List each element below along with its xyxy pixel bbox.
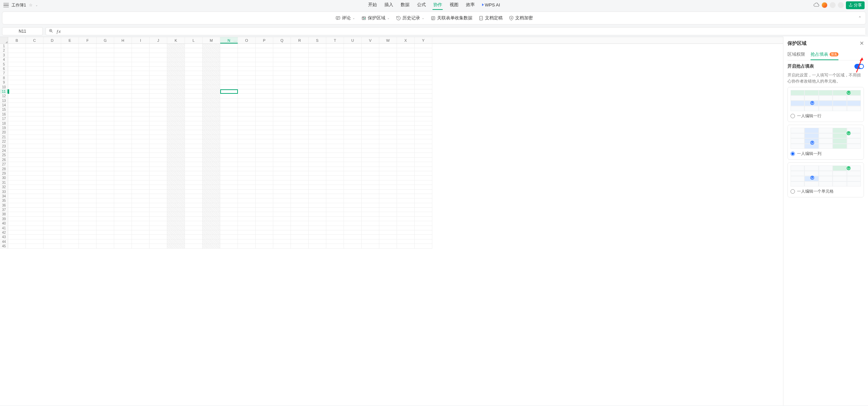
cell[interactable] <box>114 107 132 112</box>
cell[interactable] <box>44 226 61 230</box>
cell[interactable] <box>203 226 220 230</box>
cell[interactable] <box>362 167 379 171</box>
cell[interactable] <box>238 148 256 153</box>
cell[interactable] <box>326 176 344 180</box>
cell[interactable] <box>8 103 26 107</box>
cell[interactable] <box>397 121 415 126</box>
cell[interactable] <box>114 190 132 194</box>
cell[interactable] <box>326 67 344 71</box>
cell[interactable] <box>291 117 309 121</box>
cell[interactable] <box>397 48 415 53</box>
cell[interactable] <box>79 185 97 189</box>
cell[interactable] <box>26 244 44 248</box>
cell[interactable] <box>79 148 97 153</box>
cell[interactable] <box>114 158 132 162</box>
cell[interactable] <box>415 244 432 248</box>
tab-fill-occupy[interactable]: 抢占填表 限免 <box>811 49 838 60</box>
cell[interactable] <box>415 148 432 153</box>
cell[interactable] <box>44 171 61 176</box>
cell[interactable] <box>238 67 256 71</box>
cell[interactable] <box>309 230 326 235</box>
cell[interactable] <box>114 99 132 103</box>
cell[interactable] <box>220 80 238 85</box>
cell[interactable] <box>114 80 132 85</box>
cell[interactable] <box>79 139 97 144</box>
cell[interactable] <box>167 162 185 166</box>
cell[interactable] <box>362 67 379 71</box>
cell[interactable] <box>97 144 114 148</box>
cell[interactable] <box>185 139 203 144</box>
cell[interactable] <box>397 103 415 107</box>
cell[interactable] <box>362 226 379 230</box>
cell[interactable] <box>79 144 97 148</box>
cell[interactable] <box>397 99 415 103</box>
cell[interactable] <box>79 190 97 194</box>
cell[interactable] <box>167 57 185 62</box>
cell[interactable] <box>256 89 273 94</box>
cell[interactable] <box>97 71 114 75</box>
cell[interactable] <box>291 107 309 112</box>
cell[interactable] <box>97 203 114 208</box>
cell[interactable] <box>238 235 256 239</box>
cell[interactable] <box>309 185 326 189</box>
cell[interactable] <box>26 148 44 153</box>
col-header-Q[interactable]: Q <box>273 37 291 43</box>
cell[interactable] <box>132 212 150 216</box>
cell[interactable] <box>79 158 97 162</box>
cell[interactable] <box>220 53 238 57</box>
cell[interactable] <box>114 217 132 221</box>
cell[interactable] <box>167 244 185 248</box>
cell[interactable] <box>185 85 203 89</box>
cell[interactable] <box>61 212 79 216</box>
cell[interactable] <box>97 153 114 157</box>
cell[interactable] <box>379 112 397 117</box>
cell[interactable] <box>273 153 291 157</box>
cell[interactable] <box>397 67 415 71</box>
cell[interactable] <box>397 162 415 166</box>
cell[interactable] <box>97 244 114 248</box>
cell[interactable] <box>397 85 415 89</box>
cell[interactable] <box>291 130 309 135</box>
cell[interactable] <box>379 226 397 230</box>
cell[interactable] <box>309 190 326 194</box>
share-button[interactable]: 分享 <box>846 1 865 9</box>
cell[interactable] <box>238 117 256 121</box>
cell[interactable] <box>203 76 220 80</box>
cell[interactable] <box>150 144 167 148</box>
cell[interactable] <box>362 89 379 94</box>
cell[interactable] <box>238 76 256 80</box>
cell[interactable] <box>291 171 309 176</box>
cell[interactable] <box>415 235 432 239</box>
cell[interactable] <box>362 57 379 62</box>
cell[interactable] <box>256 44 273 48</box>
fx-icon[interactable]: ƒx <box>56 29 64 34</box>
cell[interactable] <box>8 148 26 153</box>
cell[interactable] <box>256 244 273 248</box>
cell[interactable] <box>362 107 379 112</box>
cell[interactable] <box>273 194 291 198</box>
cell[interactable] <box>132 89 150 94</box>
cell[interactable] <box>220 244 238 248</box>
cell[interactable] <box>203 57 220 62</box>
cell[interactable] <box>26 99 44 103</box>
cell[interactable] <box>309 71 326 75</box>
cell[interactable] <box>114 57 132 62</box>
cell[interactable] <box>167 126 185 130</box>
cell[interactable] <box>273 71 291 75</box>
option-edit-cell[interactable]: 一人编辑一个单元格 <box>787 162 864 197</box>
cell[interactable] <box>97 221 114 226</box>
cell[interactable] <box>150 212 167 216</box>
cell[interactable] <box>203 171 220 176</box>
ribbon-protect[interactable]: 保护区域⌄ <box>361 15 390 21</box>
cell[interactable] <box>344 190 362 194</box>
cell[interactable] <box>362 117 379 121</box>
cell[interactable] <box>238 208 256 212</box>
cell[interactable] <box>44 153 61 157</box>
cell[interactable] <box>185 208 203 212</box>
cell[interactable] <box>167 107 185 112</box>
cell[interactable] <box>185 158 203 162</box>
row-header[interactable]: 22 <box>0 139 8 144</box>
cell[interactable] <box>114 94 132 98</box>
row-header[interactable]: 10 <box>0 85 8 89</box>
cell[interactable] <box>203 208 220 212</box>
